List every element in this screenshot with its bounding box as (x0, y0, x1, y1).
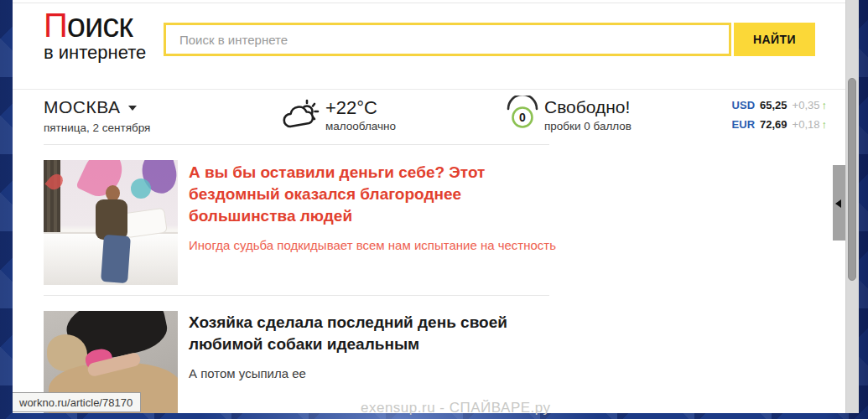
article-title[interactable]: А вы бы оставили деньги себе? Этот бездо… (189, 162, 562, 227)
logo-title: Поиск (44, 8, 146, 42)
section-divider (44, 295, 549, 296)
currency-code: EUR (732, 118, 755, 131)
partly-cloudy-icon (281, 99, 320, 134)
thumb-decoration (101, 235, 131, 283)
traffic-score: 0 (519, 111, 526, 124)
weather-temp: +22°C (325, 97, 377, 119)
browser-window: Поиск в интернете НАЙТИ МОСКВА пятница, … (13, 0, 859, 413)
traffic-status: Свободно! (544, 97, 630, 117)
currency-code: USD (732, 99, 755, 111)
city-name: МОСКВА (44, 97, 121, 116)
traffic-light-icon: 0 (505, 96, 540, 131)
traffic-detail: пробки 0 баллов (544, 120, 632, 132)
scrollbar-thumb[interactable] (848, 78, 856, 281)
site-logo[interactable]: Поиск в интернете (44, 8, 146, 62)
currency-widget: USD65,25+0,35↑ EUR72,69+0,18↑ (732, 99, 827, 137)
article-subtitle[interactable]: А потом усыпила ее (189, 366, 520, 380)
article-link[interactable]: А вы бы оставили деньги себе? Этот бездо… (189, 162, 562, 252)
currency-row-usd[interactable]: USD65,25+0,35↑ (732, 99, 827, 111)
up-arrow-icon: ↑ (822, 99, 828, 111)
currency-row-eur[interactable]: EUR72,69+0,18↑ (732, 118, 827, 131)
status-bar-url: workno.ru/article/78170 (13, 392, 141, 412)
top-hairline (13, 3, 845, 3)
thumb-decoration (131, 178, 151, 199)
search-input[interactable] (164, 23, 731, 56)
city-selector[interactable]: МОСКВА пятница, 2 сентября (44, 97, 150, 134)
city-name-row: МОСКВА (44, 97, 150, 117)
currency-change: +0,18 (793, 118, 820, 131)
logo-subtitle: в интернете (44, 44, 146, 62)
header-divider (13, 89, 845, 90)
city-date: пятница, 2 сентября (44, 122, 150, 134)
currency-rate: 72,69 (760, 118, 787, 131)
currency-rate: 65,25 (760, 99, 787, 111)
thumb-decoration (75, 160, 129, 203)
section-divider (44, 144, 549, 145)
article-title[interactable]: Хозяйка сделала последний день своей люб… (189, 312, 520, 355)
page-content: Поиск в интернете НАЙТИ МОСКВА пятница, … (13, 0, 845, 413)
watermark-text: exensup.ru - СПАЙВАРЕ.ру (361, 400, 551, 416)
logo-rest: оиск (67, 7, 133, 44)
article-thumbnail[interactable] (44, 160, 178, 285)
thumb-decoration (44, 160, 60, 232)
collapse-left-arrow-icon (835, 199, 841, 208)
up-arrow-icon: ↑ (822, 118, 828, 131)
article-link[interactable]: Хозяйка сделала последний день своей люб… (189, 312, 520, 380)
thumb-decoration (96, 199, 127, 240)
article-subtitle[interactable]: Иногда судьба подкидывает всем нам испыт… (189, 238, 562, 252)
search-button[interactable]: НАЙТИ (734, 23, 815, 56)
weather-desc: малооблачно (325, 120, 396, 132)
chevron-down-icon (128, 106, 137, 111)
logo-first-letter: П (44, 7, 67, 44)
sidebar-pull-tab[interactable] (833, 165, 845, 241)
currency-change: +0,35 (793, 99, 820, 111)
